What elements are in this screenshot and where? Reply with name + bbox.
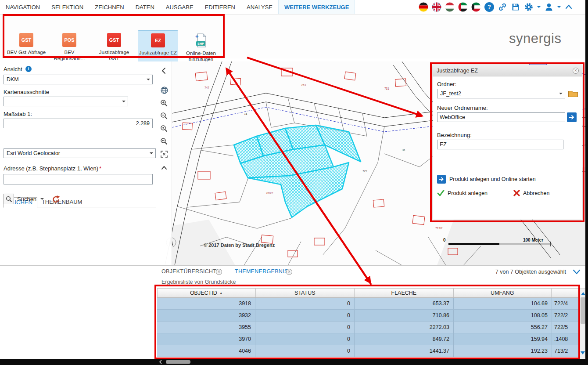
zoom-selection-icon[interactable]	[158, 123, 171, 134]
help-icon[interactable]: ?	[484, 2, 494, 12]
zoom-in-icon[interactable]	[158, 98, 171, 109]
ordner-dropdown[interactable]: JF_test2	[437, 89, 565, 98]
produkt-online-starten-button[interactable]: Produkt anlegen und Online starten	[437, 175, 536, 184]
menu-editieren[interactable]: EDITIEREN	[199, 0, 241, 14]
kuwait-flag-icon[interactable]	[471, 2, 481, 12]
bezeichnung-label: Bezeichnung:	[437, 132, 472, 138]
menu-selektion[interactable]: SELEKTION	[46, 0, 89, 14]
neuer-ordnername-label: Neuer Ordnername:	[437, 105, 488, 111]
chevron-down-icon	[122, 101, 125, 104]
tool-label: BEV Gst-Abfrage	[6, 49, 47, 55]
massstab-input[interactable]	[4, 119, 153, 128]
column-header-umfang[interactable]: UMFANG	[454, 289, 552, 297]
ansicht-label: Ansicht	[4, 66, 22, 72]
german-flag-icon[interactable]	[419, 2, 428, 12]
results-panel: OBJEKTÜBERSICHT × THEMENERGEBNIS × 7 von…	[0, 265, 588, 359]
svg-text:747: 747	[204, 86, 209, 89]
column-header-objectid[interactable]: OBJECTID▲	[158, 289, 256, 297]
collapse-results-icon[interactable]	[572, 268, 581, 276]
dialog-header[interactable]: Justizabfrage EZ	[433, 65, 582, 76]
collapse-toolbar-up-icon[interactable]	[158, 163, 171, 174]
hungarian-flag-icon[interactable]	[445, 2, 455, 12]
chevron-down-icon	[559, 93, 563, 96]
scrollbar-thumb[interactable]	[581, 297, 585, 324]
kartenausschnitte-dropdown[interactable]	[4, 97, 128, 106]
table-row[interactable]: 395502272.03556.27722/5	[157, 322, 578, 333]
reset-undo-icon[interactable]	[52, 195, 61, 203]
uae-flag-icon[interactable]	[458, 2, 468, 12]
svg-text:753: 753	[301, 83, 306, 87]
neuer-ordnername-input[interactable]	[437, 112, 565, 122]
globe-icon[interactable]	[158, 84, 171, 96]
menu-ausgabe[interactable]: AUSGABE	[160, 0, 199, 14]
pos-orange-icon: POS	[62, 33, 76, 47]
abbrechen-button[interactable]: Abbrechen	[513, 190, 549, 196]
results-table: OBJECTID▲ STATUS FLAECHE UMFANG 39180653…	[157, 288, 578, 357]
dialog-close-icon[interactable]: ×	[573, 68, 579, 74]
horizontal-scrollbar-thumb[interactable]	[166, 360, 190, 364]
link-icon[interactable]	[498, 2, 507, 12]
map-toolbar	[156, 61, 172, 265]
dialog-title: Justizabfrage EZ	[437, 68, 478, 74]
column-header-status[interactable]: STATUS	[256, 289, 355, 297]
produkt-anlegen-button[interactable]: Produkt anlegen	[437, 190, 488, 196]
menu-daten[interactable]: DATEN	[130, 0, 160, 14]
full-extent-icon[interactable]	[158, 148, 171, 160]
gst-orange-icon: GST	[19, 33, 33, 47]
right-edge	[585, 0, 588, 365]
table-row[interactable]: 39320710.86108.05722/2	[157, 310, 578, 322]
suchen-caret-icon[interactable]	[40, 198, 44, 202]
user-caret-icon[interactable]	[557, 6, 561, 10]
ansicht-dropdown[interactable]: DKM	[4, 75, 153, 84]
svg-text:74: 74	[244, 112, 247, 116]
arrow-right-icon	[437, 175, 446, 184]
geolocator-dropdown[interactable]: Esri World Geolocator	[4, 148, 156, 158]
table-row[interactable]: 39700849.72159.94.1408	[157, 333, 578, 345]
gear-caret-icon[interactable]	[537, 6, 541, 10]
scroll-down-icon[interactable]	[581, 351, 585, 357]
column-header-extra[interactable]	[552, 289, 578, 297]
table-row[interactable]: 39180653.37104.69722/4	[157, 298, 578, 310]
bottom-scrollbar-bar	[0, 359, 588, 365]
menu-zeichnen[interactable]: ZEICHNEN	[89, 0, 129, 14]
ez-red-icon: EZ	[151, 33, 165, 47]
column-header-flaeche[interactable]: FLAECHE	[355, 289, 454, 297]
menu-weitere-werkzeuge[interactable]: WEITERE WERKZEUGE	[278, 0, 355, 14]
suchen-button[interactable]: Suchen	[17, 196, 36, 202]
adresse-label: Adresse (z.B. Stephansplatz 1, Wien)*	[4, 165, 101, 172]
zoom-previous-icon[interactable]	[158, 136, 171, 147]
checkmark-icon	[437, 190, 445, 196]
collapse-up-icon[interactable]	[564, 3, 573, 11]
submit-ordnername-button[interactable]	[567, 112, 577, 122]
user-icon[interactable]	[544, 2, 554, 12]
svg-text:100 Meter: 100 Meter	[523, 238, 543, 242]
adresse-input[interactable]	[4, 174, 153, 184]
gear-icon[interactable]	[524, 2, 534, 12]
tab-objektuebersicht[interactable]: OBJEKTÜBERSICHT	[161, 268, 216, 275]
menu-navigation[interactable]: NAVIGATION	[0, 0, 46, 14]
sort-ascending-icon: ▲	[219, 291, 223, 295]
svg-text:731: 731	[384, 87, 389, 90]
scroll-left-icon[interactable]	[158, 359, 163, 365]
british-flag-icon[interactable]	[432, 2, 441, 12]
info-icon[interactable]: i	[25, 66, 32, 72]
svg-text:0: 0	[443, 238, 446, 242]
tab-close-icon[interactable]: ×	[216, 269, 222, 275]
results-subtitle: Ergebnisliste von Grundstücke	[161, 279, 236, 285]
scroll-up-icon[interactable]	[581, 290, 585, 295]
chevron-down-icon	[147, 79, 150, 82]
menu-analyse[interactable]: ANALYSE	[241, 0, 278, 14]
folder-icon[interactable]	[568, 89, 578, 98]
table-row[interactable]: 404601441.37192.23713/2	[157, 345, 578, 357]
collapse-sidebar-icon[interactable]	[158, 65, 171, 76]
zoom-out-icon[interactable]	[158, 110, 171, 122]
tab-divider-line	[298, 276, 567, 276]
save-icon[interactable]	[511, 2, 520, 12]
tab-themenergebnis[interactable]: THEMENERGEBNIS	[235, 268, 288, 275]
tab-close-icon[interactable]: ×	[286, 269, 292, 275]
tool-label: BEV Regionsabfr...	[49, 49, 90, 62]
bezeichnung-input[interactable]	[437, 140, 563, 149]
top-right-icons: ?	[419, 2, 573, 12]
left-sidebar: Ansicht i DKM Kartenausschnitte Maßstab …	[0, 61, 156, 265]
gst-red-icon: GST	[107, 33, 121, 47]
